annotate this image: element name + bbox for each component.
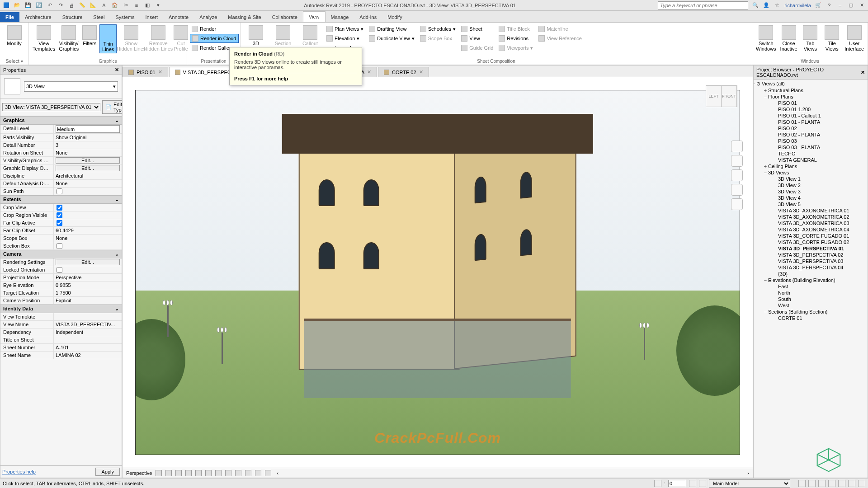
close-icon[interactable]: ✕ xyxy=(419,69,423,75)
canvas[interactable]: CrackPcFull.Com xyxy=(135,90,740,455)
modify-button[interactable]: Modify xyxy=(3,24,26,47)
tree-node[interactable]: PISO 02 - PLANTA xyxy=(754,131,868,138)
highlight-icon[interactable] xyxy=(265,470,271,476)
filter-icon[interactable] xyxy=(858,480,865,487)
plan-views-button[interactable]: Plan Views ▾ xyxy=(325,24,365,33)
tree-node[interactable]: {3D} xyxy=(754,271,868,277)
view-templates-button[interactable]: View Templates xyxy=(32,24,56,52)
title-block-button[interactable]: Title Block xyxy=(497,24,535,33)
tab-view[interactable]: View xyxy=(303,11,326,22)
visibility-graphics-button[interactable]: Visibility/ Graphics xyxy=(58,24,80,52)
zoom-icon[interactable] xyxy=(731,184,743,196)
tab-annotate[interactable]: Annotate xyxy=(163,12,194,22)
tree-node[interactable]: +Ceiling Plans xyxy=(754,163,868,169)
property-checkbox[interactable] xyxy=(57,188,62,194)
type-selector[interactable]: 3D View▾ xyxy=(24,81,118,92)
switch-win-icon[interactable]: ▾ xyxy=(155,2,162,9)
property-checkbox[interactable] xyxy=(57,243,62,249)
steering-wheel-icon[interactable] xyxy=(731,155,743,167)
tree-node[interactable]: PISO 01 - Callout 1 xyxy=(754,113,868,119)
tree-node[interactable]: PISO 01 - PLANTA xyxy=(754,119,868,125)
elevation-button[interactable]: Elevation ▾ xyxy=(325,34,365,43)
close-hidden-icon[interactable]: ◧ xyxy=(144,2,151,9)
tile-views-button[interactable]: Tile Views xyxy=(822,24,842,52)
3d-view-button[interactable]: 3D xyxy=(243,24,269,47)
cut-profile-button[interactable]: Cut Profile xyxy=(173,24,189,52)
tab-systems[interactable]: Systems xyxy=(110,12,140,22)
select-face-icon[interactable] xyxy=(828,480,835,487)
home-icon[interactable] xyxy=(731,141,743,152)
browser-close-icon[interactable]: ✕ xyxy=(861,70,865,75)
temporary-hide-icon[interactable] xyxy=(225,470,231,476)
user-interface-button[interactable]: User Interface xyxy=(844,24,865,52)
tree-node[interactable]: VISTA 3D_CORTE FUGADO 01 xyxy=(754,233,868,239)
tab-collaborate[interactable]: Collaborate xyxy=(267,12,303,22)
scope-box-button[interactable]: Scope Box xyxy=(418,34,458,43)
tree-node[interactable]: −Elevations (Building Elevation) xyxy=(754,277,868,283)
render-in-cloud-button[interactable]: Render in Cloud xyxy=(190,34,239,43)
property-input[interactable] xyxy=(56,125,120,133)
property-edit-button[interactable]: Edit... xyxy=(56,259,120,265)
select-pinned-icon[interactable] xyxy=(818,480,826,487)
tree-node[interactable]: West xyxy=(754,302,868,309)
tab-views-button[interactable]: Tab Views xyxy=(800,24,820,52)
callout-button[interactable]: Callout xyxy=(297,24,323,47)
view-cube[interactable]: LEFT FRONT xyxy=(706,85,737,107)
tree-node[interactable]: TECHO xyxy=(754,150,868,157)
schedules-button[interactable]: Schedules ▾ xyxy=(418,24,458,33)
minimize-icon[interactable]: – xyxy=(836,2,844,9)
help-icon[interactable]: ? xyxy=(826,2,833,9)
properties-close-icon[interactable]: ✕ xyxy=(115,67,119,73)
undo-icon[interactable]: ↶ xyxy=(46,2,53,9)
property-checkbox[interactable] xyxy=(57,267,62,273)
tree-node[interactable]: South xyxy=(754,296,868,302)
building-model[interactable] xyxy=(299,119,577,404)
tree-node[interactable]: North xyxy=(754,290,868,296)
close-icon[interactable]: ✕ xyxy=(367,69,371,75)
redo-icon[interactable]: ↷ xyxy=(57,2,64,9)
render-button[interactable]: Render xyxy=(190,24,239,33)
section-button[interactable]: Section xyxy=(270,24,296,47)
workset-selector[interactable]: Main Model xyxy=(709,479,790,488)
tree-node[interactable]: 3D View 2 xyxy=(754,182,868,188)
remove-hidden-button[interactable]: Remove Hidden Lines xyxy=(146,24,171,52)
property-section[interactable]: Camera⌄ xyxy=(0,250,122,258)
instance-selector[interactable]: 3D View: VISTA 3D_PERSPECTIVA 01 xyxy=(2,103,100,111)
close-icon[interactable]: ✕ xyxy=(158,69,162,75)
tree-node[interactable]: East xyxy=(754,283,868,290)
tab-file[interactable]: File xyxy=(0,12,19,22)
property-checkbox[interactable] xyxy=(57,212,62,218)
dimension-icon[interactable]: 📐 xyxy=(90,2,97,9)
revisions-button[interactable]: Revisions xyxy=(497,34,535,43)
reveal-hidden-icon[interactable] xyxy=(235,470,241,476)
tab-architecture[interactable]: Architecture xyxy=(19,12,57,22)
rendering-icon[interactable] xyxy=(185,470,192,476)
background-processes-icon[interactable] xyxy=(848,480,855,487)
property-edit-button[interactable]: Edit... xyxy=(56,157,120,164)
user-name[interactable]: richardvilela xyxy=(784,3,811,8)
tree-node[interactable]: 3D View 3 xyxy=(754,188,868,195)
view-mode-label[interactable]: Perspective xyxy=(126,470,152,476)
tree-node[interactable]: PISO 02 xyxy=(754,125,868,131)
tree-node[interactable]: VISTA 3D_CORTE FUGADO 02 xyxy=(754,239,868,245)
property-edit-button[interactable]: Edit... xyxy=(56,165,120,171)
switch-windows-button[interactable]: Switch Windows xyxy=(755,24,777,52)
tree-node[interactable]: PISO 03 xyxy=(754,138,868,144)
measure-icon[interactable]: 📏 xyxy=(79,2,86,9)
drafting-view-button[interactable]: Drafting View xyxy=(367,24,416,33)
tree-node[interactable]: 3D View 1 xyxy=(754,176,868,182)
workset-icon[interactable] xyxy=(654,480,661,487)
tree-node[interactable]: −Sections (Building Section) xyxy=(754,309,868,315)
editable-only-icon[interactable] xyxy=(689,480,696,487)
matchline-button[interactable]: Matchline xyxy=(537,24,583,33)
print-icon[interactable]: 🖨 xyxy=(68,2,75,9)
analytical-icon[interactable] xyxy=(255,470,261,476)
tab-manage[interactable]: Manage xyxy=(326,12,354,22)
tree-node[interactable]: PISO 01 xyxy=(754,100,868,106)
exchange-icon[interactable]: 🛒 xyxy=(815,2,822,9)
property-checkbox[interactable] xyxy=(57,205,62,211)
tree-node[interactable]: +Structural Plans xyxy=(754,87,868,94)
worksharing-display-icon[interactable] xyxy=(245,470,251,476)
design-options-icon[interactable] xyxy=(699,480,706,487)
section-icon[interactable]: ✂ xyxy=(122,2,129,9)
